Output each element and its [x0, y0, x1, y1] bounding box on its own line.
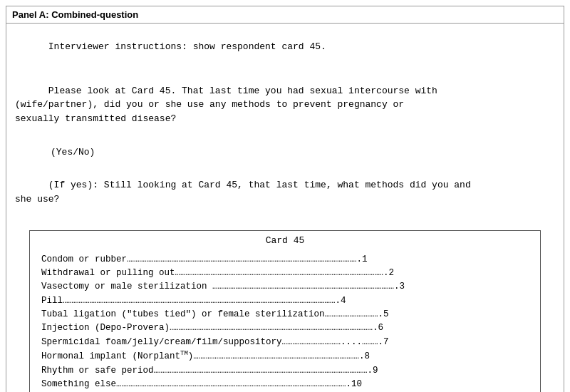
list-item: Pill…………………………………………………………………………………………………: [41, 294, 529, 308]
question-1-text: Please look at Card 45. That last time y…: [15, 86, 437, 124]
yes-no-text: (Yes/No): [51, 147, 95, 158]
yes-no: (Yes/No): [51, 147, 555, 158]
instructions-text: Interviewer instructions: show responden…: [48, 41, 326, 52]
list-item: Rhythm or safe period……………………………………………………: [41, 364, 529, 378]
list-item: Injection (Depo-Provera)……………………………………………: [41, 321, 529, 335]
question-1: Please look at Card 45. That last time y…: [15, 70, 555, 140]
card-items-list: Condom or rubber…………………………………………………………………: [30, 249, 540, 393]
question-2-text: (If yes): Still looking at Card 45, that…: [15, 180, 471, 205]
list-item: Condom or rubber…………………………………………………………………: [41, 253, 529, 267]
card-45: Card 45 Condom or rubber……………………………………………: [29, 230, 541, 393]
card-title: Card 45: [30, 231, 540, 249]
list-item: Hormonal implant (NorplantTM)………………………………: [41, 349, 529, 364]
question-2: (If yes): Still looking at Card 45, that…: [15, 165, 555, 220]
panel-body: Interviewer instructions: show responden…: [6, 24, 564, 392]
list-item: Vasectomy or male sterilization ………………………: [41, 280, 529, 294]
card-title-text: Card 45: [266, 235, 305, 246]
list-item: Spermicidal foam/jelly/cream/film/suppos…: [41, 336, 529, 349]
panel-a: Panel A: Combined-question Interviewer i…: [6, 6, 564, 392]
interviewer-instructions: Interviewer instructions: show responden…: [15, 31, 555, 63]
list-item: Withdrawal or pulling out…………………………………………: [41, 267, 529, 280]
list-item: Something else………………………………………………………………………: [41, 378, 529, 391]
list-item: Tubal ligation ("tubes tied") or female …: [41, 308, 529, 321]
panel-header: Panel A: Combined-question: [6, 6, 564, 24]
panel-title: Panel A: Combined-question: [12, 9, 138, 20]
